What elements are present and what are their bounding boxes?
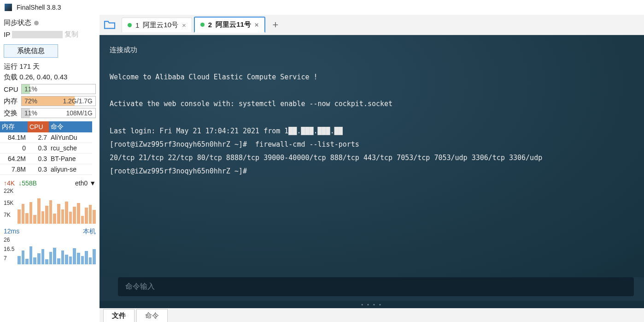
swap-percent: 11%: [24, 109, 37, 117]
tab-label: 阿里云10号: [143, 21, 178, 30]
mem-percent: 72%: [24, 97, 37, 105]
command-input[interactable]: 命令输入: [118, 277, 634, 296]
net-chart: 22K 15K 7K: [4, 188, 96, 224]
tab-aliyun11[interactable]: 2 阿里云11号 ×: [194, 17, 265, 33]
process-table: 内存 CPU 命令 84.1M2.7AliYunDu 00.3rcu_sche …: [0, 121, 92, 175]
uptime-text: 运行 171 天: [4, 62, 96, 71]
content-area: 1 阿里云10号 × 2 阿里云11号 × + 连接成功 Welcome to …: [100, 15, 644, 322]
load-text: 负载 0.26, 0.40, 0.43: [4, 73, 96, 82]
col-cpu[interactable]: CPU: [28, 121, 49, 132]
ping-chart: 26 16.5 7: [4, 237, 96, 264]
sidebar: 同步状态 IP 复制 系统信息 运行 171 天 负载 0.26, 0.40, …: [0, 15, 100, 322]
ping-target[interactable]: 本机: [83, 227, 96, 236]
net-row: ↑4K ↓558B eth0 ▼: [4, 179, 96, 187]
status-dot-icon: [128, 23, 132, 27]
ping-row: 12ms 本机: [4, 227, 96, 236]
app-icon: [5, 4, 12, 11]
table-row: 7.8M0.3aliyun-se: [0, 164, 92, 175]
swap-detail: 108M/1G: [66, 109, 93, 117]
cpu-label: CPU: [4, 85, 21, 93]
net-iface-select[interactable]: eth0 ▼: [75, 179, 96, 187]
close-icon[interactable]: ×: [182, 21, 186, 29]
add-tab-button[interactable]: +: [267, 19, 284, 31]
table-row: 00.3rcu_sche: [0, 143, 92, 154]
bottom-tabs: 文件 命令: [100, 308, 644, 322]
app-title: FinalShell 3.8.3: [17, 4, 61, 11]
sync-status: 同步状态: [4, 18, 96, 27]
table-row: 84.1M2.7AliYunDu: [0, 132, 92, 143]
tab-num: 1: [135, 21, 139, 29]
bottom-tab-files[interactable]: 文件: [103, 309, 135, 322]
ip-prefix: IP: [4, 30, 10, 38]
ip-value: [12, 31, 63, 38]
mem-label: 内存: [4, 97, 21, 106]
sync-label: 同步状态: [4, 18, 31, 27]
tabbar: 1 阿里云10号 × 2 阿里云11号 × +: [100, 15, 644, 35]
sync-dot-icon: [34, 21, 39, 25]
terminal-output[interactable]: 连接成功 Welcome to Alibaba Cloud Elastic Co…: [100, 35, 644, 277]
net-down: ↓558B: [18, 179, 37, 187]
system-info-button[interactable]: 系统信息: [4, 44, 58, 58]
tab-aliyun10[interactable]: 1 阿里云10号 ×: [122, 18, 192, 32]
cpu-percent: 11%: [24, 85, 37, 93]
tab-label: 阿里云11号: [216, 20, 251, 29]
status-dot-icon: [200, 23, 205, 27]
table-row: 64.2M0.3BT-Pane: [0, 154, 92, 164]
net-up: ↑4K: [4, 179, 15, 187]
close-icon[interactable]: ×: [255, 21, 259, 29]
copy-ip-button[interactable]: 复制: [64, 30, 78, 39]
ip-row: IP 复制: [4, 30, 96, 39]
col-cmd[interactable]: 命令: [49, 121, 92, 132]
bottom-tab-cmd[interactable]: 命令: [136, 309, 168, 322]
ping-latency: 12ms: [4, 227, 19, 236]
cpu-meter: CPU 11%: [4, 83, 96, 95]
mem-detail: 1.2G/1.7G: [63, 97, 93, 105]
col-mem[interactable]: 内存: [0, 121, 28, 132]
resize-handle[interactable]: • • • •: [100, 301, 644, 308]
swap-label: 交换: [4, 109, 21, 118]
tab-num: 2: [208, 21, 212, 29]
folder-icon[interactable]: [103, 20, 116, 30]
titlebar: FinalShell 3.8.3: [0, 0, 644, 15]
mem-meter: 内存 72%1.2G/1.7G: [4, 95, 96, 107]
swap-meter: 交换 11%108M/1G: [4, 107, 96, 119]
